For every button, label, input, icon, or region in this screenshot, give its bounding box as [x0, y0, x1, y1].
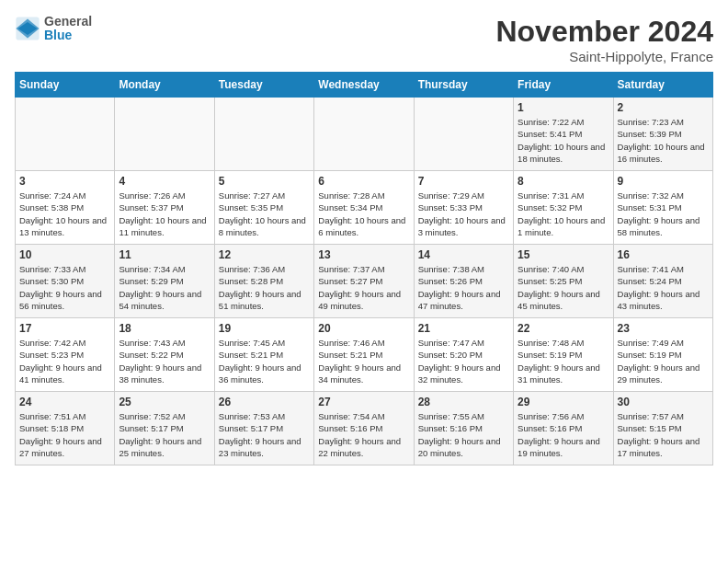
cell-info: Sunrise: 7:33 AM Sunset: 5:30 PM Dayligh… — [19, 263, 110, 312]
day-header-saturday: Saturday — [613, 73, 712, 98]
calendar-cell: 13Sunrise: 7:37 AM Sunset: 5:27 PM Dayli… — [314, 245, 414, 318]
calendar-week-5: 24Sunrise: 7:51 AM Sunset: 5:18 PM Dayli… — [16, 392, 713, 465]
cell-info: Sunrise: 7:27 AM Sunset: 5:35 PM Dayligh… — [219, 190, 310, 238]
month-title: November 2024 — [495, 15, 713, 49]
cell-info: Sunrise: 7:41 AM Sunset: 5:24 PM Dayligh… — [618, 263, 709, 312]
cell-info: Sunrise: 7:31 AM Sunset: 5:32 PM Dayligh… — [518, 190, 609, 238]
calendar-cell: 2Sunrise: 7:23 AM Sunset: 5:39 PM Daylig… — [613, 98, 712, 171]
day-header-monday: Monday — [115, 73, 214, 98]
day-number: 27 — [318, 396, 409, 408]
day-number: 12 — [219, 248, 310, 261]
cell-info: Sunrise: 7:38 AM Sunset: 5:26 PM Dayligh… — [418, 263, 509, 312]
day-number: 3 — [19, 175, 110, 188]
calendar-cell: 20Sunrise: 7:46 AM Sunset: 5:21 PM Dayli… — [314, 318, 414, 392]
calendar-cell: 21Sunrise: 7:47 AM Sunset: 5:20 PM Dayli… — [414, 318, 513, 392]
calendar-cell: 8Sunrise: 7:31 AM Sunset: 5:32 PM Daylig… — [514, 171, 613, 245]
day-number: 2 — [618, 101, 709, 114]
calendar-week-4: 17Sunrise: 7:42 AM Sunset: 5:23 PM Dayli… — [16, 318, 713, 392]
cell-info: Sunrise: 7:48 AM Sunset: 5:19 PM Dayligh… — [518, 337, 609, 385]
logo-line2: Blue — [44, 29, 92, 42]
calendar-cell — [115, 98, 214, 171]
cell-info: Sunrise: 7:51 AM Sunset: 5:18 PM Dayligh… — [19, 410, 110, 459]
calendar-cell: 15Sunrise: 7:40 AM Sunset: 5:25 PM Dayli… — [514, 245, 613, 318]
calendar-cell: 23Sunrise: 7:49 AM Sunset: 5:19 PM Dayli… — [613, 318, 712, 392]
calendar-cell: 3Sunrise: 7:24 AM Sunset: 5:38 PM Daylig… — [16, 171, 115, 245]
cell-info: Sunrise: 7:43 AM Sunset: 5:22 PM Dayligh… — [119, 337, 210, 385]
calendar-cell: 24Sunrise: 7:51 AM Sunset: 5:18 PM Dayli… — [16, 392, 115, 465]
calendar-cell — [16, 98, 115, 171]
cell-info: Sunrise: 7:42 AM Sunset: 5:23 PM Dayligh… — [19, 337, 110, 385]
day-header-wednesday: Wednesday — [314, 73, 414, 98]
cell-info: Sunrise: 7:29 AM Sunset: 5:33 PM Dayligh… — [418, 190, 509, 238]
calendar-cell: 17Sunrise: 7:42 AM Sunset: 5:23 PM Dayli… — [16, 318, 115, 392]
day-number: 22 — [518, 322, 609, 335]
cell-info: Sunrise: 7:47 AM Sunset: 5:20 PM Dayligh… — [418, 337, 509, 385]
cell-info: Sunrise: 7:56 AM Sunset: 5:16 PM Dayligh… — [518, 410, 609, 459]
day-number: 4 — [119, 175, 210, 188]
day-number: 15 — [518, 248, 609, 261]
calendar-week-1: 1Sunrise: 7:22 AM Sunset: 5:41 PM Daylig… — [16, 98, 713, 171]
calendar-cell: 14Sunrise: 7:38 AM Sunset: 5:26 PM Dayli… — [414, 245, 513, 318]
day-number: 26 — [219, 396, 310, 408]
calendar-body: 1Sunrise: 7:22 AM Sunset: 5:41 PM Daylig… — [16, 98, 713, 465]
calendar-cell: 18Sunrise: 7:43 AM Sunset: 5:22 PM Dayli… — [115, 318, 214, 392]
day-number: 10 — [19, 248, 110, 261]
day-header-tuesday: Tuesday — [214, 73, 313, 98]
cell-info: Sunrise: 7:22 AM Sunset: 5:41 PM Dayligh… — [518, 116, 609, 165]
location: Saint-Hippolyte, France — [495, 49, 713, 64]
cell-info: Sunrise: 7:34 AM Sunset: 5:29 PM Dayligh… — [119, 263, 210, 312]
calendar-cell: 28Sunrise: 7:55 AM Sunset: 5:16 PM Dayli… — [414, 392, 513, 465]
calendar-cell: 9Sunrise: 7:32 AM Sunset: 5:31 PM Daylig… — [613, 171, 712, 245]
calendar-cell: 29Sunrise: 7:56 AM Sunset: 5:16 PM Dayli… — [514, 392, 613, 465]
calendar-cell: 25Sunrise: 7:52 AM Sunset: 5:17 PM Dayli… — [115, 392, 214, 465]
calendar-cell: 5Sunrise: 7:27 AM Sunset: 5:35 PM Daylig… — [214, 171, 313, 245]
day-number: 18 — [119, 322, 210, 335]
cell-info: Sunrise: 7:45 AM Sunset: 5:21 PM Dayligh… — [219, 337, 310, 385]
cell-info: Sunrise: 7:52 AM Sunset: 5:17 PM Dayligh… — [119, 410, 210, 459]
calendar-cell: 4Sunrise: 7:26 AM Sunset: 5:37 PM Daylig… — [115, 171, 214, 245]
calendar-cell: 16Sunrise: 7:41 AM Sunset: 5:24 PM Dayli… — [613, 245, 712, 318]
day-number: 25 — [119, 396, 210, 408]
day-number: 20 — [318, 322, 409, 335]
day-number: 14 — [418, 248, 509, 261]
cell-info: Sunrise: 7:37 AM Sunset: 5:27 PM Dayligh… — [318, 263, 409, 312]
calendar-table: SundayMondayTuesdayWednesdayThursdayFrid… — [15, 72, 713, 465]
day-header-friday: Friday — [514, 73, 613, 98]
cell-info: Sunrise: 7:28 AM Sunset: 5:34 PM Dayligh… — [318, 190, 409, 238]
day-number: 11 — [119, 248, 210, 261]
calendar-cell: 27Sunrise: 7:54 AM Sunset: 5:16 PM Dayli… — [314, 392, 414, 465]
calendar-cell: 1Sunrise: 7:22 AM Sunset: 5:41 PM Daylig… — [514, 98, 613, 171]
cell-info: Sunrise: 7:32 AM Sunset: 5:31 PM Dayligh… — [618, 190, 709, 238]
cell-info: Sunrise: 7:53 AM Sunset: 5:17 PM Dayligh… — [219, 410, 310, 459]
day-number: 23 — [618, 322, 709, 335]
day-number: 16 — [618, 248, 709, 261]
cell-info: Sunrise: 7:46 AM Sunset: 5:21 PM Dayligh… — [318, 337, 409, 385]
day-number: 28 — [418, 396, 509, 408]
cell-info: Sunrise: 7:23 AM Sunset: 5:39 PM Dayligh… — [618, 116, 709, 165]
calendar-cell — [314, 98, 414, 171]
calendar-cell: 6Sunrise: 7:28 AM Sunset: 5:34 PM Daylig… — [314, 171, 414, 245]
day-header-thursday: Thursday — [414, 73, 513, 98]
cell-info: Sunrise: 7:26 AM Sunset: 5:37 PM Dayligh… — [119, 190, 210, 238]
calendar-cell: 30Sunrise: 7:57 AM Sunset: 5:15 PM Dayli… — [613, 392, 712, 465]
page-header: General Blue November 2024 Saint-Hippoly… — [15, 15, 713, 64]
day-number: 7 — [418, 175, 509, 188]
calendar-cell: 7Sunrise: 7:29 AM Sunset: 5:33 PM Daylig… — [414, 171, 513, 245]
day-number: 1 — [518, 101, 609, 114]
logo-line1: General — [44, 15, 92, 29]
calendar-cell — [214, 98, 313, 171]
calendar-cell — [414, 98, 513, 171]
calendar-cell: 19Sunrise: 7:45 AM Sunset: 5:21 PM Dayli… — [214, 318, 313, 392]
day-number: 17 — [19, 322, 110, 335]
day-number: 9 — [618, 175, 709, 188]
day-header-sunday: Sunday — [16, 73, 115, 98]
day-number: 29 — [518, 396, 609, 408]
calendar-week-3: 10Sunrise: 7:33 AM Sunset: 5:30 PM Dayli… — [16, 245, 713, 318]
calendar-cell: 22Sunrise: 7:48 AM Sunset: 5:19 PM Dayli… — [514, 318, 613, 392]
logo: General Blue — [15, 15, 92, 43]
calendar-header-row: SundayMondayTuesdayWednesdayThursdayFrid… — [16, 73, 713, 98]
day-number: 30 — [618, 396, 709, 408]
day-number: 24 — [19, 396, 110, 408]
day-number: 21 — [418, 322, 509, 335]
logo-text: General Blue — [44, 15, 92, 43]
